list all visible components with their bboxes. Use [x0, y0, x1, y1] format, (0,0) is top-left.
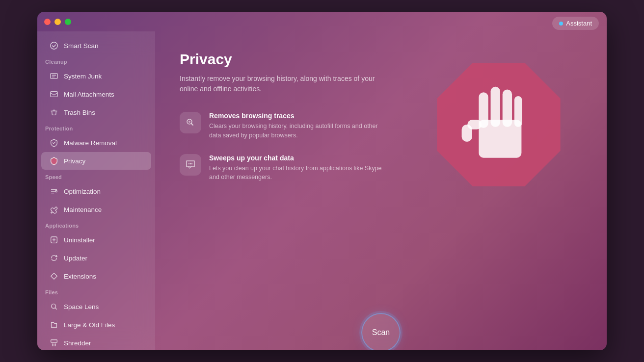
assistant-badge[interactable]: Assistant: [552, 17, 599, 30]
sidebar-item-uninstaller[interactable]: Uninstaller: [41, 231, 151, 249]
chat-data-icon: [180, 154, 201, 176]
svg-point-22: [191, 163, 192, 164]
sidebar: Smart Scan Cleanup System Junk: [37, 31, 155, 350]
mail-attachments-icon: [49, 89, 59, 99]
sidebar-item-mail-attachments[interactable]: Mail Attachments: [41, 85, 151, 103]
sidebar-item-updater[interactable]: Updater: [41, 249, 151, 267]
trash-bins-label: Trash Bins: [64, 109, 95, 116]
large-old-files-label: Large & Old Files: [64, 321, 115, 329]
section-label-speed: Speed: [37, 170, 155, 182]
app-window: Assistant Smart Scan Cleanup: [37, 12, 607, 350]
malware-removal-icon: [49, 138, 59, 148]
updater-label: Updater: [64, 255, 87, 262]
section-label-protection: Protection: [37, 122, 155, 133]
browsing-traces-icon: [180, 112, 201, 133]
svg-rect-1: [51, 74, 57, 79]
maintenance-icon: [49, 205, 59, 214]
content-area: Privacy Instantly remove your browsing h…: [180, 51, 386, 196]
browsing-traces-description: Clears your browsing history, including …: [209, 122, 386, 140]
space-lens-icon: [49, 302, 59, 311]
sidebar-item-system-junk[interactable]: System Junk: [41, 67, 151, 85]
system-junk-label: System Junk: [64, 73, 102, 80]
chat-data-text: Sweeps up your chat data Lets you clean …: [209, 154, 386, 182]
privacy-icon: [49, 156, 59, 166]
maintenance-label: Maintenance: [64, 206, 102, 213]
page-title: Privacy: [180, 51, 386, 68]
system-junk-icon: [49, 71, 59, 81]
malware-removal-label: Malware Removal: [64, 139, 117, 147]
close-button[interactable]: [44, 19, 51, 25]
sidebar-item-privacy[interactable]: Privacy: [41, 152, 151, 170]
svg-point-19: [188, 121, 190, 123]
uninstaller-label: Uninstaller: [64, 236, 95, 244]
sidebar-item-shredder[interactable]: Shredder: [41, 334, 151, 350]
extensions-icon: [49, 271, 59, 281]
svg-rect-2: [51, 92, 57, 97]
sidebar-item-maintenance[interactable]: Maintenance: [41, 201, 151, 218]
scan-button-container: Scan: [361, 313, 401, 350]
sidebar-item-trash-bins[interactable]: Trash Bins: [41, 103, 151, 121]
mail-attachments-label: Mail Attachments: [64, 91, 114, 98]
sidebar-item-optimization[interactable]: Optimization: [41, 182, 151, 200]
browsing-traces-title: Removes browsing traces: [209, 112, 386, 120]
assistant-label: Assistant: [566, 20, 592, 27]
sidebar-item-large-old-files[interactable]: Large & Old Files: [41, 316, 151, 334]
svg-point-21: [190, 163, 191, 164]
sidebar-item-extensions[interactable]: Extensions: [41, 267, 151, 285]
trash-bins-icon: [49, 107, 59, 117]
shredder-icon: [49, 338, 59, 348]
svg-rect-15: [514, 96, 522, 127]
svg-rect-17: [462, 125, 472, 142]
privacy-illustration: [420, 46, 577, 203]
smart-scan-label: Smart Scan: [64, 42, 99, 50]
privacy-label: Privacy: [64, 157, 85, 165]
sidebar-item-smart-scan[interactable]: Smart Scan: [41, 37, 151, 54]
chat-data-title: Sweeps up your chat data: [209, 154, 386, 162]
browsing-traces-text: Removes browsing traces Clears your brow…: [209, 112, 386, 140]
svg-point-0: [51, 42, 57, 49]
space-lens-label: Space Lens: [64, 303, 99, 310]
fullscreen-button[interactable]: [65, 19, 71, 25]
svg-point-20: [188, 163, 189, 164]
page-description: Instantly remove your browsing history, …: [180, 74, 386, 94]
app-body: Smart Scan Cleanup System Junk: [37, 31, 607, 350]
extensions-label: Extensions: [64, 273, 96, 280]
scan-button[interactable]: Scan: [361, 313, 401, 350]
updater-icon: [49, 253, 59, 263]
svg-rect-9: [51, 340, 57, 342]
section-label-applications: Applications: [37, 219, 155, 231]
minimize-button[interactable]: [54, 19, 61, 25]
assistant-status-dot: [559, 22, 563, 26]
optimization-icon: [49, 186, 59, 196]
shredder-label: Shredder: [64, 339, 91, 347]
section-label-cleanup: Cleanup: [37, 55, 155, 67]
feature-chat-data: Sweeps up your chat data Lets you clean …: [180, 154, 386, 182]
sidebar-item-space-lens[interactable]: Space Lens: [41, 298, 151, 315]
large-old-files-icon: [49, 320, 59, 330]
main-content: Privacy Instantly remove your browsing h…: [155, 31, 607, 350]
optimization-label: Optimization: [64, 188, 101, 195]
chat-data-description: Lets you clean up your chat history from…: [209, 164, 386, 182]
svg-rect-14: [503, 89, 512, 127]
uninstaller-icon: [49, 235, 59, 245]
svg-rect-13: [491, 87, 500, 127]
svg-point-6: [55, 190, 57, 192]
smart-scan-icon: [49, 41, 59, 51]
sidebar-item-malware-removal[interactable]: Malware Removal: [41, 134, 151, 152]
traffic-lights: [44, 19, 71, 25]
feature-browsing-traces: Removes browsing traces Clears your brow…: [180, 112, 386, 140]
section-label-files: Files: [37, 285, 155, 297]
